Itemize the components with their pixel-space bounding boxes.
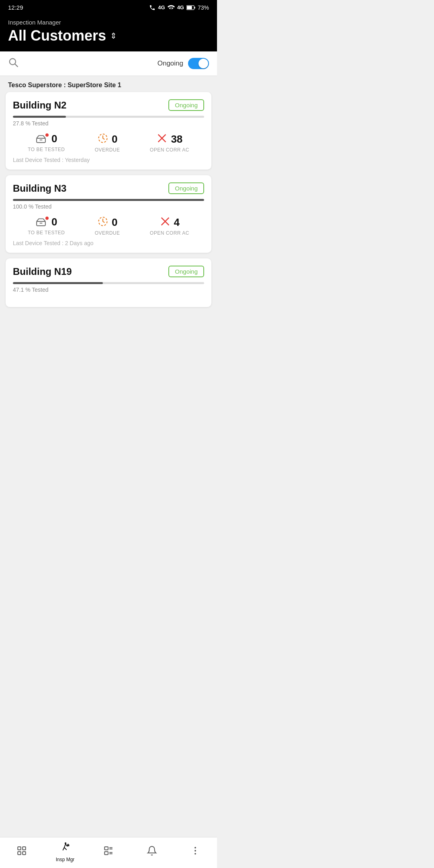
header-title-row[interactable]: All Customers ⇕ [8,27,209,44]
ongoing-filter-row: Ongoing [158,58,209,69]
last-device-tested: Last Device Tested : Yesterday [13,157,204,163]
overdue-value: 0 [112,133,117,145]
progress-label: 100.0 % Tested [13,203,51,210]
card-header: Building N19 Ongoing [13,266,204,277]
progress-bar-fill [13,116,66,118]
toggle-thumb [199,59,208,68]
open-corr-ac-label: OPEN CORR AC [150,230,189,236]
building-card-n3[interactable]: Building N3 Ongoing 100.0 % Tested [6,175,211,253]
search-icon[interactable] [8,57,18,70]
tray-icon [35,217,48,227]
open-corr-ac-label: OPEN CORR AC [150,147,189,153]
to-be-tested-label: TO BE TESTED [28,230,65,235]
tray-icon [35,134,48,144]
svg-line-4 [15,64,18,67]
ongoing-toggle[interactable] [188,58,209,69]
svg-rect-10 [37,221,45,225]
stat-overdue: 0 OVERDUE [95,133,120,153]
wrench-icon [160,216,171,229]
sort-chevron-icon[interactable]: ⇕ [110,31,117,41]
progress-wrap: 100.0 % Tested [13,199,204,210]
stats-row: 0 TO BE TESTED 0 OVERDUE [13,216,204,236]
building-title: Building N2 [13,100,66,111]
overdue-label: OVERDUE [95,147,120,153]
cards-container: Building N2 Ongoing 27.8 % Tested [0,92,217,307]
to-be-tested-value: 0 [51,216,57,228]
open-corr-ac-value: 38 [171,133,182,145]
app-subtitle: Inspection Manager [8,19,209,26]
status-badge: Ongoing [168,266,204,277]
last-device-tested: Last Device Tested : 2 Days ago [13,240,204,246]
customer-section-header: Tesco Superstore : SuperStore Site 1 [0,76,217,92]
battery-percent: 73% [198,4,209,11]
customer-site-label: Tesco Superstore : SuperStore Site 1 [8,82,121,88]
progress-bar-bg [13,199,204,201]
building-card-n2[interactable]: Building N2 Ongoing 27.8 % Tested [6,92,211,170]
to-be-tested-value: 0 [51,133,57,145]
progress-label: 27.8 % Tested [13,120,48,127]
svg-rect-1 [194,6,195,8]
svg-rect-5 [37,138,45,142]
battery-icon [186,5,195,10]
to-be-tested-label: TO BE TESTED [28,147,65,152]
signal-4g: 4G [158,4,165,10]
stat-to-be-tested: 0 TO BE TESTED [28,216,65,236]
building-title: Building N19 [13,266,72,277]
progress-wrap: 27.8 % Tested [13,116,204,127]
ongoing-filter-label: Ongoing [158,59,183,68]
card-header: Building N2 Ongoing [13,99,204,111]
stat-open-corr-ac: 38 OPEN CORR AC [150,133,189,153]
red-dot [45,133,49,137]
status-right: 4G 4G 73% [149,4,209,11]
stats-row: 0 TO BE TESTED 0 OVERDUE [13,133,204,153]
stat-open-corr-ac: 4 OPEN CORR AC [150,216,189,236]
filter-toolbar: Ongoing [0,51,217,76]
building-title: Building N3 [13,183,66,194]
status-badge: Ongoing [168,99,204,111]
status-bar: 12:29 4G 4G 73% [0,0,217,15]
page-title: All Customers [8,27,106,44]
progress-label: 47.1 % Tested [13,287,48,293]
wrench-icon [156,133,168,145]
red-dot [45,216,49,220]
overdue-value: 0 [112,216,117,229]
building-card-n19[interactable]: Building N19 Ongoing 47.1 % Tested [6,258,211,307]
card-header: Building N3 Ongoing [13,182,204,194]
stat-overdue: 0 OVERDUE [95,216,120,236]
clock-icon [97,133,108,145]
signal-4g2: 4G [177,4,184,10]
progress-bar-fill [13,199,204,201]
stat-to-be-tested: 0 TO BE TESTED [28,133,65,153]
progress-bar-bg [13,282,204,284]
progress-bar-bg [13,116,204,118]
phone-icon [149,4,156,11]
overdue-label: OVERDUE [95,230,120,236]
svg-rect-2 [187,6,192,9]
status-badge: Ongoing [168,182,204,194]
wifi-icon [168,5,175,10]
app-header: Inspection Manager All Customers ⇕ [0,15,217,51]
status-time: 12:29 [8,4,23,11]
progress-bar-fill [13,282,103,284]
clock-icon [97,216,108,229]
progress-wrap: 47.1 % Tested [13,282,204,293]
open-corr-ac-value: 4 [174,216,180,229]
